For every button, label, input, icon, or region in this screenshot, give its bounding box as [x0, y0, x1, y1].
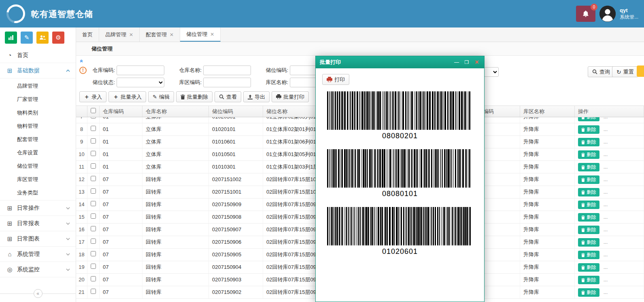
warehouse-name-input[interactable] [203, 65, 251, 75]
warehouse-code-cell: 07 [100, 211, 142, 223]
collapse-search-icon[interactable]: « [79, 59, 85, 63]
notification-button[interactable]: 0 [576, 6, 595, 22]
row-checkbox[interactable] [91, 276, 96, 281]
view-button[interactable]: 查看 [215, 91, 241, 102]
sidebar-menu: ◔ 首页 基础数据 品牌管理厂家管理物料类别物料管理配套管理仓库设置储位管理库区… [0, 48, 76, 277]
dialog-header[interactable]: 批量打印 — ❒ × [316, 56, 484, 68]
location-code-cell: 01010301 [209, 161, 263, 173]
row-select-cell [87, 236, 100, 248]
row-number: 20 [76, 274, 87, 286]
close-icon[interactable]: × [474, 59, 480, 65]
delete-button[interactable]: 删除 [578, 117, 599, 121]
row-checkbox[interactable] [91, 239, 96, 244]
sidebar-group[interactable]: 日常图表 [0, 231, 76, 247]
delete-button[interactable]: 删除 [578, 238, 599, 247]
tab-brand-management[interactable]: 品牌管理✕ [99, 27, 140, 42]
sidebar-subitem[interactable]: 库区管理 [0, 173, 76, 186]
delete-button[interactable]: 删除 [578, 201, 599, 209]
sidebar-subitem[interactable]: 品牌管理 [0, 79, 76, 93]
user-avatar[interactable] [599, 6, 616, 22]
maximize-icon[interactable]: ❒ [463, 59, 470, 65]
row-checkbox[interactable] [91, 188, 96, 194]
batch-print-button[interactable]: 批量打印 [272, 91, 309, 102]
location-code-cell: 0207150906 [209, 236, 263, 248]
delete-button[interactable]: 删除 [578, 125, 599, 134]
sidebar-subitem[interactable]: 物料管理 [0, 119, 76, 133]
sidebar-subitem[interactable]: 储位管理 [0, 159, 76, 173]
sidebar-collapse-button[interactable]: « [34, 289, 43, 298]
actions-cell: 删除 ... [575, 186, 644, 198]
row-checkbox[interactable] [91, 126, 96, 131]
batch-add-button[interactable]: ＋批量录入 [108, 91, 146, 102]
sidebar-group[interactable]: 日常操作 [0, 201, 76, 216]
print-button[interactable]: 打印 [322, 74, 349, 85]
tab-storage-location[interactable]: 储位管理✕ [180, 27, 221, 42]
edit-quick-button[interactable]: ✎ [21, 32, 33, 44]
row-checkbox[interactable] [91, 201, 96, 206]
sidebar-subitem[interactable]: 业务类型 [0, 186, 76, 199]
edit-button[interactable]: ✎编辑 [148, 91, 174, 102]
row-number: 13 [76, 186, 87, 198]
row-checkbox[interactable] [91, 176, 96, 181]
sidebar-subitem[interactable]: 配套管理 [0, 133, 76, 146]
row-checkbox[interactable] [91, 117, 96, 118]
row-checkbox[interactable] [91, 264, 96, 269]
delete-button[interactable]: 删除 [578, 251, 599, 259]
edge-floating-button[interactable] [637, 65, 644, 77]
warehouse-code-input[interactable] [117, 65, 164, 75]
location-code-cell: 0207150905 [209, 249, 263, 261]
close-icon[interactable]: ✕ [170, 32, 174, 38]
sidebar-subitem[interactable]: 仓库设置 [0, 146, 76, 159]
delete-button[interactable]: 删除 [578, 138, 599, 146]
search-icon [592, 69, 597, 74]
warehouse-name-cell: 回转库 [142, 224, 209, 236]
delete-button[interactable]: 删除 [578, 276, 599, 284]
close-icon[interactable]: ✕ [210, 32, 214, 37]
tab-home[interactable]: 首页 [76, 27, 99, 42]
row-checkbox[interactable] [91, 251, 96, 256]
delete-button[interactable]: 删除 [578, 150, 599, 159]
search-button[interactable]: 查询 [588, 66, 614, 77]
add-button[interactable]: ＋录入 [79, 91, 106, 102]
minimize-icon[interactable]: — [453, 59, 460, 65]
row-checkbox[interactable] [91, 163, 96, 169]
row-checkbox[interactable] [91, 289, 96, 294]
row-number: 7 [76, 117, 87, 123]
delete-button[interactable]: 删除 [578, 263, 599, 272]
delete-button[interactable]: 删除 [578, 188, 599, 196]
sidebar-subitem[interactable]: 厂家管理 [0, 93, 76, 106]
users-quick-button[interactable] [36, 32, 49, 44]
delete-button[interactable]: 删除 [578, 226, 599, 234]
field-label: 仓库编码: [89, 67, 115, 74]
row-checkbox[interactable] [91, 138, 96, 144]
sidebar-group[interactable]: 系统监控 [0, 262, 76, 277]
area-name-cell: 升降库 [520, 161, 575, 173]
sidebar-group-base-data[interactable]: 基础数据 [0, 63, 76, 78]
delete-button[interactable]: 删除 [578, 288, 599, 297]
reset-button[interactable]: ↻ 重置 [612, 66, 638, 77]
sidebar-group[interactable]: 日常报表 [0, 216, 76, 231]
select-all-checkbox[interactable] [91, 108, 96, 113]
column-header: 仓库名称 [142, 106, 209, 117]
row-checkbox[interactable] [91, 226, 96, 231]
warehouse-code-cell: 07 [100, 173, 142, 186]
chart-quick-button[interactable] [5, 32, 17, 44]
delete-button[interactable]: 删除 [578, 163, 599, 171]
row-checkbox[interactable] [91, 213, 96, 219]
delete-button[interactable]: 删除 [578, 213, 599, 222]
tab-kit-management[interactable]: 配套管理✕ [140, 27, 180, 42]
area-code-input[interactable] [203, 78, 251, 87]
sidebar-item-home[interactable]: ◔ 首页 [0, 48, 76, 63]
trash-icon [581, 203, 585, 207]
batch-delete-button[interactable]: 批量删除 [176, 91, 213, 102]
settings-quick-button[interactable]: ⚙ [52, 32, 64, 44]
user-info[interactable]: qyt 系统管... [620, 7, 638, 20]
row-checkbox[interactable] [91, 151, 96, 156]
location-status-select[interactable] [117, 78, 164, 87]
delete-button[interactable]: 删除 [578, 175, 599, 184]
close-icon[interactable]: ✕ [129, 32, 133, 38]
sidebar-subitem[interactable]: 物料类别 [0, 106, 76, 119]
actions-cell: 删除 ... [575, 236, 644, 248]
sidebar-group[interactable]: 系统管理 [0, 247, 76, 262]
export-button[interactable]: 导出 [243, 91, 270, 102]
